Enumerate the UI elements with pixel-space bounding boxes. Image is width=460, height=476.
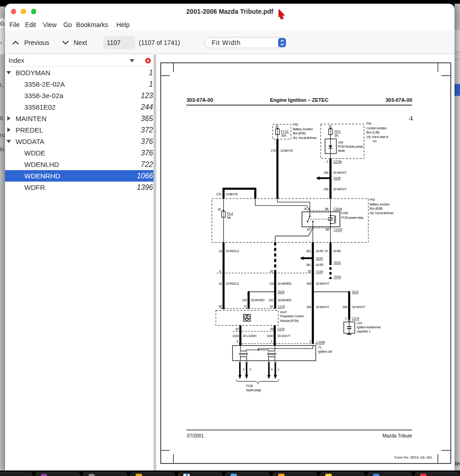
svg-text:Battery Junction: Battery Junction bbox=[293, 127, 313, 131]
svg-text:S131: S131 bbox=[334, 261, 341, 264]
svg-text:20 RD/LG: 20 RD/LG bbox=[226, 282, 239, 285]
svg-text:15: 15 bbox=[329, 125, 332, 128]
svg-text:57: 57 bbox=[325, 249, 328, 253]
svg-text:100: 100 bbox=[269, 282, 274, 285]
svg-text:C1016: C1016 bbox=[333, 207, 342, 210]
svg-text:20 DG/VT: 20 DG/VT bbox=[277, 334, 290, 338]
svg-text:26: 26 bbox=[270, 327, 274, 331]
svg-text:2: 2 bbox=[327, 160, 329, 163]
svg-text:20 RD/LG: 20 RD/LG bbox=[226, 249, 239, 253]
svg-text:20 WH/VT: 20 WH/VT bbox=[333, 171, 347, 174]
svg-text:1: 1 bbox=[277, 368, 279, 371]
svg-text:1024: 1024 bbox=[232, 334, 239, 338]
svg-text:16: 16 bbox=[270, 270, 273, 273]
svg-text:16 RD: 16 RD bbox=[315, 249, 323, 253]
svg-text:07/2001: 07/2001 bbox=[187, 433, 204, 438]
svg-text:52: 52 bbox=[235, 327, 239, 331]
svg-text:F1.4: F1.4 bbox=[227, 212, 233, 215]
svg-text:S113: S113 bbox=[352, 290, 359, 293]
svg-text:30) Hot at all times: 30) Hot at all times bbox=[293, 136, 317, 140]
svg-text:14 BK/YE: 14 BK/YE bbox=[280, 149, 293, 152]
svg-text:85: 85 bbox=[326, 228, 329, 231]
svg-text:Form No. 5524–1E–00L: Form No. 5524–1E–00L bbox=[394, 455, 433, 459]
svg-text:100: 100 bbox=[242, 299, 247, 302]
svg-text:G104: G104 bbox=[334, 275, 341, 278]
svg-text:30: 30 bbox=[218, 208, 221, 211]
svg-text:30: 30 bbox=[304, 207, 307, 210]
svg-text:U10: U10 bbox=[357, 321, 362, 325]
svg-text:30) Hot at all times: 30) Hot at all times bbox=[370, 211, 394, 215]
svg-text:run: run bbox=[372, 139, 377, 143]
svg-text:Powertrain Control: Powertrain Control bbox=[280, 315, 304, 318]
svg-text:30A: 30A bbox=[281, 134, 286, 137]
svg-text:296: 296 bbox=[342, 305, 347, 309]
svg-text:18 WH/RD: 18 WH/RD bbox=[251, 299, 265, 302]
svg-text:V34: V34 bbox=[338, 141, 343, 144]
svg-text:296: 296 bbox=[307, 305, 312, 309]
svg-text:Ignition transformer: Ignition transformer bbox=[357, 326, 381, 329]
svg-text:diode: diode bbox=[338, 149, 345, 152]
svg-text:C1065: C1065 bbox=[316, 341, 325, 344]
svg-text:-1: -1 bbox=[409, 116, 413, 121]
svg-text:P93: P93 bbox=[293, 123, 298, 126]
svg-text:C270b: C270b bbox=[333, 160, 342, 163]
svg-text:71: 71 bbox=[244, 305, 247, 308]
svg-text:361: 361 bbox=[306, 263, 311, 266]
svg-text:C175: C175 bbox=[277, 327, 285, 331]
svg-text:Box (BJB): Box (BJB) bbox=[293, 132, 306, 135]
svg-text:C175: C175 bbox=[278, 305, 285, 308]
svg-text:Central Junction: Central Junction bbox=[367, 127, 387, 130]
svg-text:97: 97 bbox=[270, 305, 273, 308]
svg-text:3: 3 bbox=[249, 368, 251, 371]
svg-text:capacitor 1: capacitor 1 bbox=[357, 330, 371, 333]
svg-text:2: 2 bbox=[243, 368, 245, 371]
svg-text:296: 296 bbox=[307, 282, 312, 285]
svg-text:361: 361 bbox=[306, 249, 311, 253]
svg-text:86: 86 bbox=[325, 207, 329, 210]
svg-text:296: 296 bbox=[323, 188, 329, 191]
svg-text:16 WH/VT: 16 WH/VT bbox=[316, 305, 329, 309]
svg-text:16 RD: 16 RD bbox=[315, 263, 323, 266]
svg-text:5A: 5A bbox=[227, 216, 231, 219]
svg-text:20 BK: 20 BK bbox=[333, 249, 341, 253]
svg-text:C174: C174 bbox=[352, 317, 359, 320]
svg-text:16: 16 bbox=[219, 282, 222, 285]
svg-text:16: 16 bbox=[219, 249, 222, 253]
svg-text:175: 175 bbox=[271, 149, 276, 152]
svg-text:2: 2 bbox=[309, 340, 311, 343]
svg-text:1030: 1030 bbox=[267, 334, 273, 338]
svg-text:15: 15 bbox=[308, 270, 311, 273]
svg-text:C134: C134 bbox=[316, 270, 323, 273]
svg-text:18 WH/RD: 18 WH/RD bbox=[277, 299, 291, 302]
svg-text:S103: S103 bbox=[278, 290, 285, 293]
svg-text:30: 30 bbox=[275, 125, 279, 128]
svg-text:1: 1 bbox=[271, 340, 273, 343]
svg-text:303-07A-00: 303-07A-00 bbox=[186, 97, 213, 103]
svg-text:15) Hot in start or: 15) Hot in start or bbox=[367, 135, 389, 139]
svg-text:C1016: C1016 bbox=[334, 228, 342, 231]
svg-text:Module (PCM): Module (PCM) bbox=[280, 319, 298, 323]
svg-text:303-07A-00: 303-07A-00 bbox=[385, 97, 412, 103]
svg-text:Mazda Tribute: Mazda Tribute bbox=[383, 433, 412, 438]
svg-text:296: 296 bbox=[323, 171, 329, 174]
svg-text:1: 1 bbox=[345, 317, 347, 320]
svg-text:87: 87 bbox=[307, 228, 310, 231]
svg-text:P136: P136 bbox=[246, 384, 253, 387]
svg-text:16 WH/VT: 16 WH/VT bbox=[316, 282, 329, 285]
svg-text:100: 100 bbox=[268, 299, 274, 302]
svg-text:3A: 3A bbox=[334, 134, 338, 137]
svg-text:Spark plugs: Spark plugs bbox=[246, 388, 261, 392]
svg-text:Engine Ignition – ZETEC: Engine Ignition – ZETEC bbox=[270, 97, 329, 103]
svg-text:Box (BJB): Box (BJB) bbox=[370, 207, 383, 210]
svg-text:16 WH/RD: 16 WH/RD bbox=[277, 282, 291, 285]
svg-text:T1: T1 bbox=[318, 346, 322, 349]
svg-text:20 LG/WH: 20 LG/WH bbox=[243, 334, 257, 338]
svg-text:A147: A147 bbox=[280, 310, 287, 314]
svg-text:16 WH/VT: 16 WH/VT bbox=[352, 305, 366, 309]
svg-text:4: 4 bbox=[271, 368, 273, 371]
svg-text:P93: P93 bbox=[370, 198, 375, 201]
svg-text:6: 6 bbox=[219, 270, 221, 273]
svg-text:20 WH/VT: 20 WH/VT bbox=[333, 188, 347, 191]
svg-text:PCM Module power: PCM Module power bbox=[338, 145, 363, 149]
svg-text:Box (CJB): Box (CJB) bbox=[367, 131, 379, 134]
